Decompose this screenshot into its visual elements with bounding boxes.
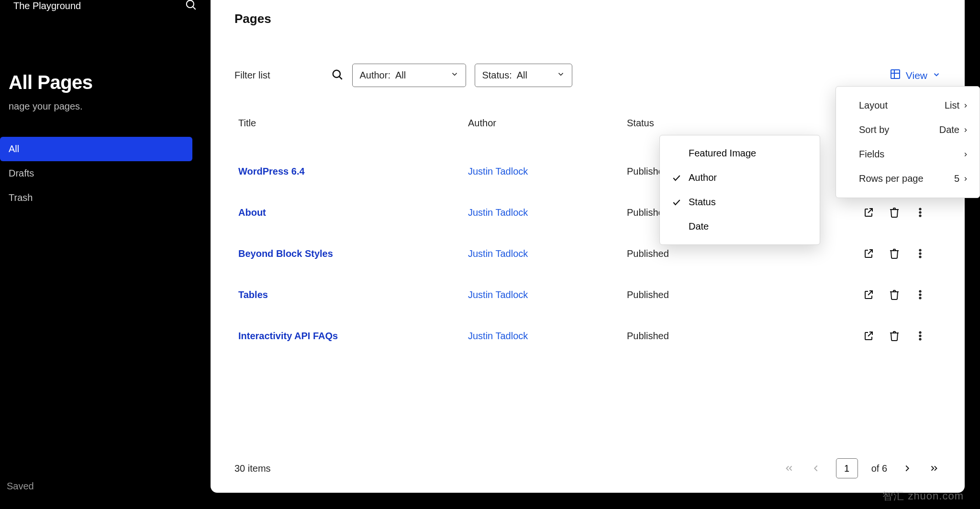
item-count: 30 items <box>234 463 271 474</box>
check-icon <box>671 198 682 207</box>
sidebar-item-drafts[interactable]: Drafts <box>0 161 211 186</box>
view-option-label: Layout <box>859 100 888 111</box>
open-external-icon[interactable] <box>861 246 876 261</box>
last-page-button[interactable] <box>927 462 941 475</box>
table-row: WordPress 6.4Justin TadlockPublished <box>234 151 941 192</box>
fields-option-status[interactable]: Status <box>660 190 820 214</box>
fields-option-featured-image[interactable]: Featured Image <box>660 141 820 166</box>
page-status: Published <box>627 289 790 300</box>
view-option-value: Date <box>939 124 969 135</box>
filter-list-label: Filter list <box>234 70 270 81</box>
page-author-link[interactable]: Justin Tadlock <box>468 248 528 259</box>
svg-point-12 <box>919 215 921 216</box>
svg-line-3 <box>340 77 342 79</box>
page-title-link[interactable]: Interactivity API FAQs <box>238 331 338 341</box>
first-page-button[interactable] <box>782 462 796 475</box>
search-icon[interactable] <box>331 68 344 83</box>
more-actions-icon[interactable] <box>913 205 927 220</box>
more-actions-icon[interactable] <box>913 329 927 343</box>
open-external-icon[interactable] <box>861 205 876 220</box>
view-option-value: 5 <box>954 173 969 184</box>
svg-point-0 <box>187 0 194 8</box>
svg-point-18 <box>919 297 921 299</box>
view-button[interactable]: View <box>890 68 941 82</box>
page-title: All Pages <box>9 72 197 93</box>
chevron-right-icon <box>962 151 969 158</box>
column-header-author[interactable]: Author <box>468 118 627 129</box>
next-page-button[interactable] <box>901 462 914 475</box>
site-title: The Playground <box>13 0 81 11</box>
view-option-layout[interactable]: Layout List <box>836 93 980 118</box>
author-filter-value: All <box>395 70 406 81</box>
chevron-right-icon <box>962 102 969 109</box>
page-title-link[interactable]: Tables <box>238 289 268 300</box>
fields-option-label: Date <box>689 221 709 232</box>
svg-point-21 <box>919 338 921 340</box>
trash-icon[interactable] <box>887 288 902 302</box>
column-header-title[interactable]: Title <box>238 118 468 129</box>
open-external-icon[interactable] <box>861 288 876 302</box>
chevron-right-icon <box>962 127 969 133</box>
pagination: of 6 <box>782 458 941 478</box>
watermark: 智汇 zhuon.com <box>882 489 964 503</box>
sidebar-item-trash[interactable]: Trash <box>0 186 211 210</box>
fields-option-label: Featured Image <box>689 148 756 159</box>
svg-point-14 <box>919 253 921 254</box>
sidebar-item-all[interactable]: All <box>0 137 192 161</box>
page-title-link[interactable]: Beyond Block Styles <box>238 248 333 259</box>
svg-point-16 <box>919 290 921 292</box>
sidebar-nav: AllDraftsTrash <box>0 137 211 210</box>
sidebar: The Playground All Pages nage your pages… <box>0 0 211 509</box>
svg-point-19 <box>919 332 921 333</box>
view-option-sort[interactable]: Sort by Date <box>836 118 980 142</box>
page-author-link[interactable]: Justin Tadlock <box>468 166 528 177</box>
open-external-icon[interactable] <box>861 329 876 343</box>
table-row: Interactivity API FAQsJustin TadlockPubl… <box>234 315 941 356</box>
saved-indicator: Saved <box>7 481 34 492</box>
trash-icon[interactable] <box>887 329 902 343</box>
trash-icon[interactable] <box>887 205 902 220</box>
more-actions-icon[interactable] <box>913 288 927 302</box>
author-filter-dropdown[interactable]: Author: All <box>352 64 466 87</box>
check-icon <box>671 173 682 183</box>
status-filter-value: All <box>517 70 527 81</box>
svg-point-20 <box>919 335 921 336</box>
main-panel: Pages Filter list Author: All Status: Al… <box>211 0 965 493</box>
panel-title: Pages <box>234 11 941 26</box>
page-subheading: nage your pages. <box>9 93 197 112</box>
trash-icon[interactable] <box>887 246 902 261</box>
page-title-link[interactable]: WordPress 6.4 <box>238 166 305 177</box>
table-footer: 30 items of 6 <box>234 458 941 478</box>
table-row: Beyond Block StylesJustin TadlockPublish… <box>234 233 941 274</box>
column-header-status[interactable]: Status <box>627 118 790 129</box>
chevron-right-icon <box>962 176 969 182</box>
svg-point-15 <box>919 256 921 257</box>
fields-option-author[interactable]: Author <box>660 166 820 190</box>
page-author-link[interactable]: Justin Tadlock <box>468 207 528 218</box>
view-option-label: Fields <box>859 149 884 160</box>
page-author-link[interactable]: Justin Tadlock <box>468 289 528 300</box>
view-button-label: View <box>906 70 927 81</box>
view-option-rows-per-page[interactable]: Rows per page 5 <box>836 166 980 191</box>
more-actions-icon[interactable] <box>913 246 927 261</box>
page-author-link[interactable]: Justin Tadlock <box>468 331 528 341</box>
prev-page-button[interactable] <box>809 462 823 475</box>
view-options-popover: Layout List Sort by Date Fields Rows per… <box>835 86 980 198</box>
fields-option-date[interactable]: Date <box>660 214 820 239</box>
status-filter-dropdown[interactable]: Status: All <box>475 64 572 87</box>
table-view-icon <box>890 68 901 82</box>
svg-point-2 <box>333 70 340 77</box>
fields-option-label: Status <box>689 197 716 208</box>
view-option-label: Sort by <box>859 124 889 135</box>
page-title-link[interactable]: About <box>238 207 266 218</box>
view-option-value <box>962 151 969 158</box>
view-option-fields[interactable]: Fields <box>836 142 980 166</box>
page-number-input[interactable] <box>836 458 858 478</box>
fields-option-label: Author <box>689 172 717 183</box>
table-body: WordPress 6.4Justin TadlockPublishedAbou… <box>234 151 941 356</box>
search-icon[interactable] <box>185 0 197 13</box>
table-header: Title Author Status <box>234 118 941 129</box>
table-row: TablesJustin TadlockPublished <box>234 274 941 315</box>
svg-point-11 <box>919 211 921 213</box>
svg-point-13 <box>919 249 921 251</box>
